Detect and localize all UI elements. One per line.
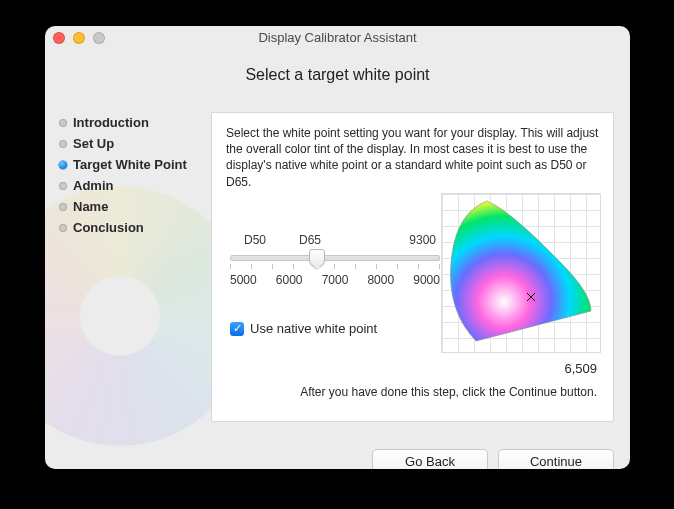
step-label: Set Up bbox=[73, 136, 114, 151]
step-bullet-icon bbox=[59, 140, 67, 148]
continue-hint: After you have done this step, click the… bbox=[226, 385, 597, 399]
window-title: Display Calibrator Assistant bbox=[258, 30, 416, 45]
tick-9300: 9300 bbox=[321, 233, 436, 247]
description-text: Select the white point setting you want … bbox=[226, 125, 599, 190]
slider-numeric-ticks: 5000 6000 7000 8000 9000 bbox=[230, 273, 440, 287]
tick-5000: 5000 bbox=[230, 273, 257, 287]
zoom-icon[interactable] bbox=[93, 32, 105, 44]
checkbox-label: Use native white point bbox=[250, 321, 377, 336]
step-conclusion: Conclusion bbox=[59, 217, 205, 238]
step-label: Admin bbox=[73, 178, 113, 193]
tick-6000: 6000 bbox=[276, 273, 303, 287]
step-label: Target White Point bbox=[73, 157, 187, 172]
page-title: Select a target white point bbox=[45, 66, 630, 84]
step-set-up: Set Up bbox=[59, 133, 205, 154]
step-label: Name bbox=[73, 199, 108, 214]
step-introduction: Introduction bbox=[59, 112, 205, 133]
content-panel: Select the white point setting you want … bbox=[211, 112, 614, 422]
step-bullet-icon bbox=[59, 203, 67, 211]
checkbox-checked-icon: ✓ bbox=[230, 322, 244, 336]
footer-buttons: Go Back Continue bbox=[372, 449, 614, 469]
tick-d50: D50 bbox=[244, 233, 266, 247]
chromaticity-diagram bbox=[441, 193, 601, 353]
slider-named-ticks: D50 D65 9300 bbox=[230, 233, 440, 247]
step-label: Conclusion bbox=[73, 220, 144, 235]
white-point-value: 6,509 bbox=[564, 361, 597, 376]
step-label: Introduction bbox=[73, 115, 149, 130]
step-admin: Admin bbox=[59, 175, 205, 196]
slider-knob[interactable] bbox=[309, 249, 325, 267]
white-point-slider-group: D50 D65 9300 5000 6000 7000 8000 9000 bbox=[230, 233, 440, 287]
step-name: Name bbox=[59, 196, 205, 217]
calibrator-window: Display Calibrator Assistant Select a ta… bbox=[45, 26, 630, 469]
titlebar: Display Calibrator Assistant bbox=[45, 26, 630, 52]
gamut-icon bbox=[441, 193, 601, 353]
window-controls bbox=[53, 32, 105, 44]
minimize-icon[interactable] bbox=[73, 32, 85, 44]
step-sidebar: Introduction Set Up Target White Point A… bbox=[45, 112, 205, 238]
slider-ticks bbox=[230, 264, 440, 269]
step-bullet-icon bbox=[59, 119, 67, 127]
continue-button[interactable]: Continue bbox=[498, 449, 614, 469]
window-body: Select a target white point Introduction… bbox=[45, 66, 630, 469]
go-back-button[interactable]: Go Back bbox=[372, 449, 488, 469]
step-target-white-point: Target White Point bbox=[59, 154, 205, 175]
step-bullet-icon bbox=[59, 161, 67, 169]
close-icon[interactable] bbox=[53, 32, 65, 44]
tick-8000: 8000 bbox=[367, 273, 394, 287]
native-white-point-checkbox[interactable]: ✓ Use native white point bbox=[230, 321, 377, 336]
white-point-slider[interactable] bbox=[230, 255, 440, 261]
step-bullet-icon bbox=[59, 224, 67, 232]
tick-d65: D65 bbox=[299, 233, 321, 247]
step-bullet-icon bbox=[59, 182, 67, 190]
tick-7000: 7000 bbox=[322, 273, 349, 287]
tick-9000: 9000 bbox=[413, 273, 440, 287]
